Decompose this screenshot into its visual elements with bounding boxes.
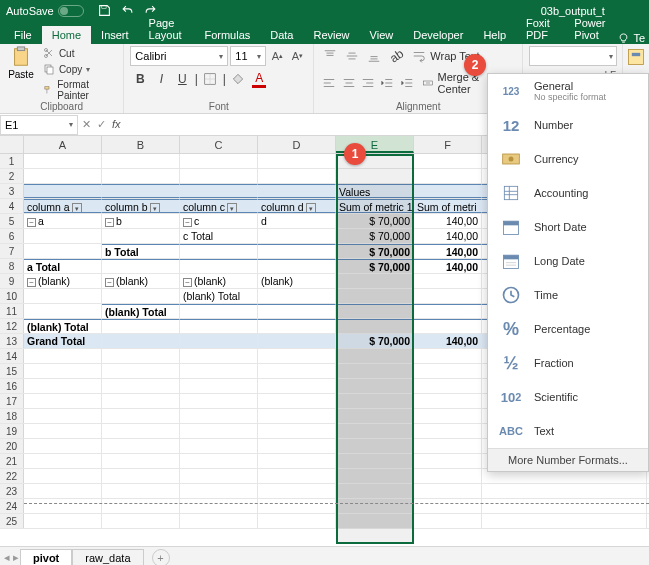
- pivot-field[interactable]: column d▾: [258, 199, 336, 213]
- underline-button[interactable]: U: [172, 69, 192, 89]
- col-F[interactable]: F: [414, 136, 482, 153]
- tab-formulas[interactable]: Formulas: [194, 26, 260, 44]
- nf-time[interactable]: Time: [488, 278, 648, 312]
- align-middle-icon[interactable]: [342, 46, 362, 66]
- undo-icon[interactable]: [121, 4, 134, 19]
- add-sheet-button[interactable]: +: [152, 549, 170, 566]
- nf-scientific[interactable]: 102Scientific: [488, 380, 648, 414]
- align-left-icon[interactable]: [320, 73, 337, 93]
- tab-page-layout[interactable]: Page Layout: [139, 14, 195, 44]
- pivot-row[interactable]: −(blank): [24, 274, 102, 288]
- row-head[interactable]: 1: [0, 154, 24, 168]
- fx-icon[interactable]: fx: [112, 118, 121, 131]
- nf-number[interactable]: 12Number: [488, 108, 648, 142]
- nf-currency[interactable]: Currency: [488, 142, 648, 176]
- select-all[interactable]: [0, 136, 24, 153]
- cond-format-icon[interactable]: [626, 47, 646, 69]
- borders-button[interactable]: [200, 69, 220, 89]
- tab-insert[interactable]: Insert: [91, 26, 139, 44]
- sheet-tab-pivot[interactable]: pivot: [20, 549, 72, 565]
- row-head[interactable]: 11: [0, 304, 24, 318]
- col-C[interactable]: C: [180, 136, 258, 153]
- formula-buttons: ✕ ✓ fx: [78, 118, 125, 131]
- copy-button[interactable]: Copy▾: [40, 62, 117, 76]
- pivot-row[interactable]: −b: [102, 214, 180, 228]
- tab-foxit[interactable]: Foxit PDF: [516, 14, 564, 44]
- pivot-val: 140,00: [414, 244, 482, 258]
- autosave-label: AutoSave: [6, 5, 54, 17]
- tab-developer[interactable]: Developer: [403, 26, 473, 44]
- tab-help[interactable]: Help: [473, 26, 516, 44]
- sheet-nav[interactable]: ◂ ▸: [4, 551, 19, 564]
- format-painter-button[interactable]: Format Painter: [40, 78, 117, 102]
- nf-general[interactable]: 123GeneralNo specific format: [488, 74, 648, 108]
- nf-percentage[interactable]: %Percentage: [488, 312, 648, 346]
- increase-font-icon[interactable]: A▴: [268, 46, 286, 66]
- font-color-button[interactable]: A: [249, 69, 269, 89]
- row-head[interactable]: 10: [0, 289, 24, 303]
- nf-fraction[interactable]: ½Fraction: [488, 346, 648, 380]
- pivot-field[interactable]: column c▾: [180, 199, 258, 213]
- decrease-font-icon[interactable]: A▾: [288, 46, 306, 66]
- col-A[interactable]: A: [24, 136, 102, 153]
- pivot-field[interactable]: column b▾: [102, 199, 180, 213]
- italic-button[interactable]: I: [151, 69, 171, 89]
- bold-button[interactable]: B: [130, 69, 150, 89]
- pivot-row[interactable]: −(blank): [102, 274, 180, 288]
- font-group: Calibri▾ 11▾ A▴ A▾ B I U | | A Font: [124, 44, 314, 113]
- row-head[interactable]: 7: [0, 244, 24, 258]
- orientation-icon[interactable]: ab: [386, 46, 406, 66]
- tab-review[interactable]: Review: [304, 26, 360, 44]
- currency-icon: [496, 148, 526, 170]
- sheet-tab-raw[interactable]: raw_data: [72, 549, 143, 565]
- pivot-subtotal: b Total: [102, 244, 180, 258]
- cut-button[interactable]: Cut: [40, 46, 117, 60]
- align-top-icon[interactable]: [320, 46, 340, 66]
- name-box[interactable]: E1▾: [0, 115, 78, 135]
- number-format-select[interactable]: ▾: [529, 46, 617, 66]
- row-head[interactable]: 13: [0, 334, 24, 348]
- nf-more[interactable]: More Number Formats...: [488, 448, 648, 471]
- autosave-toggle[interactable]: AutoSave: [6, 5, 84, 17]
- autosave-switch[interactable]: [58, 5, 84, 17]
- align-bottom-icon[interactable]: [364, 46, 384, 66]
- tell-me[interactable]: Te: [618, 32, 645, 44]
- tab-file[interactable]: File: [4, 26, 42, 44]
- row-head[interactable]: 3: [0, 184, 24, 198]
- row-head[interactable]: 8: [0, 259, 24, 273]
- pivot-field[interactable]: column a▾: [24, 199, 102, 213]
- fraction-icon: ½: [496, 352, 526, 374]
- decrease-indent-icon[interactable]: [379, 73, 396, 93]
- align-right-icon[interactable]: [359, 73, 376, 93]
- cancel-icon[interactable]: ✕: [82, 118, 91, 131]
- increase-indent-icon[interactable]: [398, 73, 415, 93]
- col-B[interactable]: B: [102, 136, 180, 153]
- row-head[interactable]: 6: [0, 229, 24, 243]
- tab-data[interactable]: Data: [260, 26, 303, 44]
- save-icon[interactable]: [98, 4, 111, 19]
- nf-short-date[interactable]: Short Date: [488, 210, 648, 244]
- row-head[interactable]: 12: [0, 319, 24, 333]
- font-size-select[interactable]: 11▾: [230, 46, 266, 66]
- font-name-select[interactable]: Calibri▾: [130, 46, 228, 66]
- nf-long-date[interactable]: Long Date: [488, 244, 648, 278]
- paste-button[interactable]: Paste: [6, 46, 36, 102]
- sep: |: [193, 69, 199, 89]
- enter-icon[interactable]: ✓: [97, 118, 106, 131]
- nf-text[interactable]: ABCText: [488, 414, 648, 448]
- pivot-row[interactable]: −c: [180, 214, 258, 228]
- row-head[interactable]: 5: [0, 214, 24, 228]
- fill-color-button[interactable]: [228, 69, 248, 89]
- row-head[interactable]: 9: [0, 274, 24, 288]
- nf-accounting[interactable]: Accounting: [488, 176, 648, 210]
- row-head[interactable]: 2: [0, 169, 24, 183]
- row-head[interactable]: 4: [0, 199, 24, 213]
- tab-home[interactable]: Home: [42, 26, 91, 44]
- pivot-val: 140,00: [414, 229, 482, 243]
- pivot-row[interactable]: −(blank): [180, 274, 258, 288]
- pivot-row[interactable]: −a: [24, 214, 102, 228]
- tab-powerpivot[interactable]: Power Pivot: [564, 14, 618, 44]
- align-center-icon[interactable]: [340, 73, 357, 93]
- tab-view[interactable]: View: [360, 26, 404, 44]
- col-D[interactable]: D: [258, 136, 336, 153]
